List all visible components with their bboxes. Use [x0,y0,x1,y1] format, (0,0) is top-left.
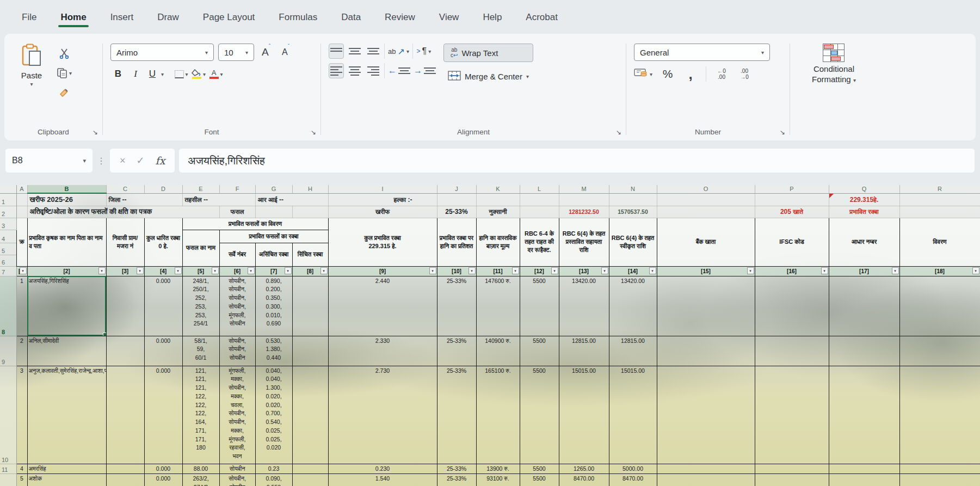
cell-season[interactable]: खरीफ 2025-26 [27,193,106,206]
cell[interactable] [106,276,144,336]
column-header-p[interactable]: P [755,185,829,193]
column-header-q[interactable]: Q [829,185,899,193]
cell-market-value[interactable]: 140900 रु. [476,336,520,366]
cell[interactable] [899,206,980,218]
header-crops-area[interactable]: प्रभावित फसलों का रक्बा [219,230,328,243]
column-header-l[interactable]: L [520,185,559,193]
cell-halka-label[interactable]: हल्का :- [328,193,437,206]
decrease-indent-button[interactable]: ← [388,63,410,78]
tab-insert[interactable]: Insert [109,9,135,26]
cell[interactable] [106,336,144,366]
cell-proposed[interactable]: 12815.00 [559,336,609,366]
filter-cell-3[interactable]: [3]▾ [106,266,144,276]
cell[interactable] [899,474,980,486]
cell-crop-areas[interactable]: 0.530, 1.380, 0.440 [255,336,292,366]
cell[interactable] [657,206,755,218]
tab-view[interactable]: View [438,9,460,26]
cell[interactable] [292,336,328,366]
cell-season-short[interactable]: खरीफ [328,206,437,218]
cut-button[interactable] [57,46,72,61]
accounting-format-button[interactable]: ▾ [634,66,652,82]
cell[interactable] [657,464,755,474]
orientation-button[interactable]: ab ↗ ▾ [388,44,409,59]
cell-loss-percent[interactable]: 25-33% [437,206,476,218]
shrink-font-button[interactable]: Aˇ [278,45,293,60]
header-survey-no[interactable]: सर्वे नंबर [219,243,255,266]
filter-dropdown-icon[interactable]: ▾ [892,267,899,274]
cell-market-value[interactable]: 147600 रु. [476,276,520,336]
cell-total-affected[interactable]: 1.540 [328,474,437,486]
select-all-corner[interactable] [0,185,16,193]
header-ifsc[interactable]: IFSC कोड [755,218,829,266]
header-rbc-sanctioned[interactable]: RBC 6(4) के तहत स्वीकृत राशि [609,218,657,266]
cell-loss-pct[interactable]: 25-33% [437,366,476,464]
header-bank-account[interactable]: बैंक खाता [657,218,755,266]
filter-dropdown-icon[interactable]: ▾ [285,267,292,274]
row-header-11[interactable]: 11 [0,464,16,474]
filter-cell-17[interactable]: [17]▾ [829,266,899,276]
number-dialog-launcher-icon[interactable]: ↘ [780,128,785,136]
cell-total-affected[interactable]: 2.730 [328,366,437,464]
cell-crop-areas[interactable]: 0.090, 0.550 [255,474,292,486]
header-irrigated[interactable]: सिंचित रक्बा [292,243,328,266]
cell-sheet-title[interactable]: अतिवृष्टि/ओला के कारण फसलों की क्षति का … [27,206,219,218]
cell-rate[interactable]: 5500 [520,366,559,464]
cell-serial[interactable]: 4 [16,464,27,474]
column-header-k[interactable]: K [476,185,520,193]
cell-ri-label[interactable]: आर आई -- [255,193,328,206]
align-left-button[interactable] [329,63,344,78]
fill-handle[interactable] [103,333,107,336]
header-detail[interactable]: विवरण [899,218,980,266]
filter-dropdown-icon[interactable]: ▾ [747,267,754,274]
cell-survey-numbers[interactable]: 121, 121, 121, 122, 122, 122, 164, 171, … [182,366,219,464]
column-header-a[interactable]: A [16,185,27,193]
cell-total-area-note[interactable]: 229.315हे. [829,193,899,206]
cell-serial[interactable]: 3 [16,366,27,464]
cell[interactable] [829,276,899,336]
header-holding-area[interactable]: कुल धारित रक्बा 0 हे. [144,218,182,266]
cell-crop-areas[interactable]: 0.040, 0.040, 1.300, 0.020, 0.020, 0.700… [255,366,292,464]
cell-market-value[interactable]: 165100 रु. [476,366,520,464]
cell-farmer-name[interactable]: अमरसिंह [27,464,106,474]
filter-cell-1[interactable]: [1]▾ [16,266,27,276]
header-aadhaar[interactable]: आधार नम्बर [829,218,899,266]
tab-acrobat[interactable]: Acrobat [525,9,559,26]
row-header-1[interactable]: 1 [0,193,16,206]
cell[interactable] [755,474,829,486]
filter-dropdown-icon[interactable]: ▾ [551,267,558,274]
cell[interactable] [755,366,829,464]
cell[interactable] [106,464,144,474]
filter-cell-4[interactable]: [4]▾ [144,266,182,276]
filter-dropdown-icon[interactable]: ▾ [20,267,27,274]
percent-style-button[interactable]: % [660,66,675,82]
cell[interactable] [106,474,144,486]
cell-loss-pct[interactable]: 25-33% [437,276,476,336]
cell[interactable] [657,193,755,206]
font-dialog-launcher-icon[interactable]: ↘ [311,128,316,136]
filter-dropdown-icon[interactable]: ▾ [429,267,436,274]
font-size-select[interactable]: 10 ▾ [218,44,254,61]
cell-district-label[interactable]: जिला -- [106,193,182,206]
filter-dropdown-icon[interactable]: ▾ [137,267,144,274]
cell[interactable] [292,366,328,464]
align-right-button[interactable] [366,63,381,78]
cell-survey-numbers[interactable]: 263/2, 274/2 [182,474,219,486]
cell-serial[interactable]: 1 [16,276,27,336]
clipboard-dialog-launcher-icon[interactable]: ↘ [93,128,98,136]
tab-draw[interactable]: Draw [156,9,180,26]
column-header-o[interactable]: O [657,185,755,193]
column-header-m[interactable]: M [559,185,609,193]
cell[interactable] [437,193,476,206]
filter-dropdown-icon[interactable]: ▾ [512,267,519,274]
tab-formulas[interactable]: Formulas [278,9,318,26]
cell[interactable] [755,464,829,474]
cell[interactable] [899,336,980,366]
cell[interactable] [657,474,755,486]
tab-data[interactable]: Data [340,9,362,26]
cell-rate[interactable]: 5500 [520,336,559,366]
cell-total-affected[interactable]: 0.230 [328,464,437,474]
cell-market-value[interactable]: 93100 रु. [476,474,520,486]
cell[interactable] [559,193,609,206]
filter-dropdown-icon[interactable]: ▾ [469,267,476,274]
filter-cell-2[interactable]: [2]▾ [27,266,106,276]
